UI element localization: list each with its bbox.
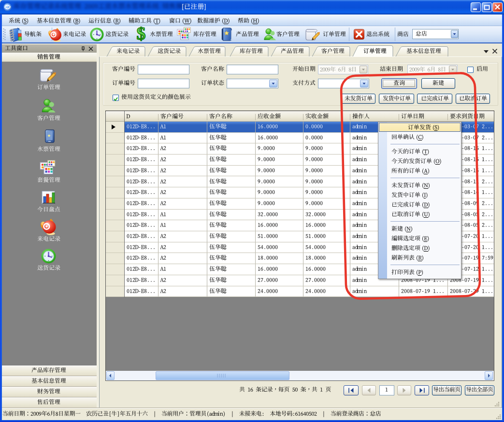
svg-text:$: $ (137, 27, 146, 42)
